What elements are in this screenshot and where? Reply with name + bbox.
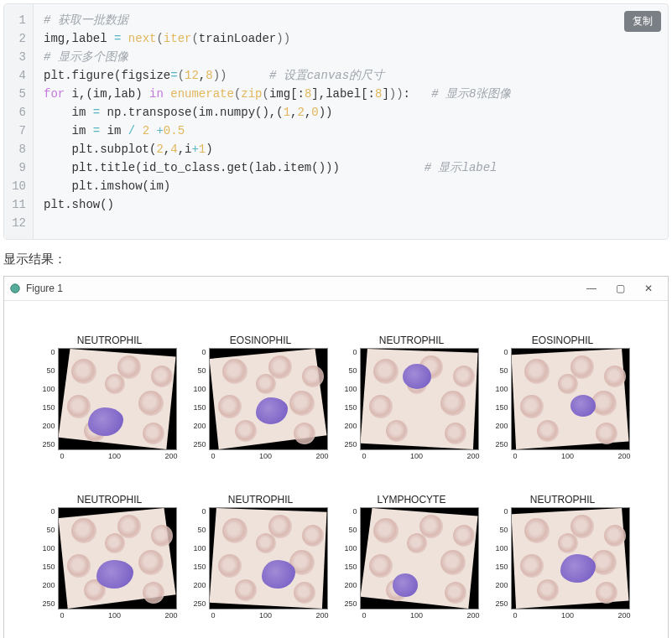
code-line: plt.subplot(2,4,i+1) [44,140,658,158]
cell-image [209,507,328,609]
cell-image [360,348,479,450]
maximize-button[interactable]: ▢ [606,279,634,298]
subplot: NEUTROPHIL0501001502002500100200 [42,335,178,460]
subplot-title: NEUTROPHIL [77,335,142,346]
line-number: 2 [4,29,33,48]
x-axis: 0100200 [513,609,631,620]
code-line: plt.imshow(im) [44,177,658,195]
subplot: NEUTROPHIL0501001502002500100200 [495,494,631,620]
figure-window: Figure 1 — ▢ ✕ NEUTROPHIL050100150200250… [3,276,669,638]
line-number: 3 [4,48,33,66]
subplot: EOSINOPHIL0501001502002500100200 [193,335,329,460]
code-line: img,label = next(iter(trainLoader)) [44,29,658,48]
code-line: im = np.transpose(im.numpy(),(1,2,0)) [44,103,658,122]
code-line: # 显示多个图像 [44,48,658,66]
line-number: 11 [4,195,33,214]
plot-row: NEUTROPHIL0501001502002500100200NEUTROPH… [21,494,651,620]
copy-button[interactable]: 复制 [624,11,661,32]
y-axis: 050100150200250 [344,348,359,449]
result-label: 显示结果： [3,252,669,267]
app-icon [9,283,21,294]
cell-image [511,507,630,609]
line-number: 4 [4,66,33,85]
x-axis: 0100200 [211,609,329,620]
line-number: 12 [4,214,33,232]
line-number: 8 [4,140,33,158]
window-title: Figure 1 [26,283,63,294]
subplot: NEUTROPHIL0501001502002500100200 [193,494,329,620]
x-axis: 0100200 [60,450,178,460]
code-gutter: 123456789101112 [4,4,34,239]
subplot-title: NEUTROPHIL [530,494,595,506]
subplot: NEUTROPHIL0501001502002500100200 [344,335,480,460]
line-number: 7 [4,122,33,140]
y-axis: 050100150200250 [495,348,510,449]
code-line: plt.figure(figsize=(12,8)) # 设置canvas的尺寸 [44,66,658,85]
code-line: for i,(im,lab) in enumerate(zip(img[:8],… [44,85,658,103]
y-axis: 050100150200250 [42,348,57,449]
code-body: # 获取一批数据img,label = next(iter(trainLoade… [34,4,668,239]
line-number: 9 [4,158,33,177]
x-axis: 0100200 [513,450,631,460]
line-number: 6 [4,103,33,122]
code-line: plt.title(id_to_class.get(lab.item())) #… [44,158,658,177]
y-axis: 050100150200250 [42,507,57,608]
code-block: 复制 123456789101112 # 获取一批数据img,label = n… [3,3,669,240]
subplot-title: NEUTROPHIL [379,335,444,346]
code-line: # 获取一批数据 [44,11,658,29]
subplot-title: EOSINOPHIL [230,335,291,346]
close-button[interactable]: ✕ [634,279,663,298]
code-line: plt.show() [44,195,658,214]
minimize-button[interactable]: — [577,279,606,298]
svg-point-0 [11,284,20,293]
plot-area: NEUTROPHIL0501001502002500100200EOSINOPH… [4,301,668,638]
window-titlebar: Figure 1 — ▢ ✕ [4,277,668,301]
code-line: im = im / 2 +0.5 [44,122,658,140]
y-axis: 050100150200250 [495,507,510,608]
subplot-title: NEUTROPHIL [228,494,293,506]
y-axis: 050100150200250 [193,348,208,449]
subplot: EOSINOPHIL0501001502002500100200 [495,335,631,460]
x-axis: 0100200 [60,609,178,620]
x-axis: 0100200 [362,450,480,460]
cell-image [360,507,479,609]
cell-image [209,348,328,450]
subplot-title: NEUTROPHIL [77,494,142,506]
y-axis: 050100150200250 [193,507,208,608]
subplot-title: LYMPHOCYTE [378,494,446,506]
x-axis: 0100200 [211,450,329,460]
line-number: 5 [4,85,33,103]
line-number: 1 [4,11,33,29]
subplot: LYMPHOCYTE0501001502002500100200 [344,494,480,620]
subplot-title: EOSINOPHIL [532,335,593,346]
line-number: 10 [4,177,33,195]
cell-image [58,507,177,609]
cell-image [58,348,177,450]
y-axis: 050100150200250 [344,507,359,608]
subplot: NEUTROPHIL0501001502002500100200 [42,494,178,620]
x-axis: 0100200 [362,609,480,620]
cell-image [511,348,630,450]
plot-row: NEUTROPHIL0501001502002500100200EOSINOPH… [21,335,651,460]
